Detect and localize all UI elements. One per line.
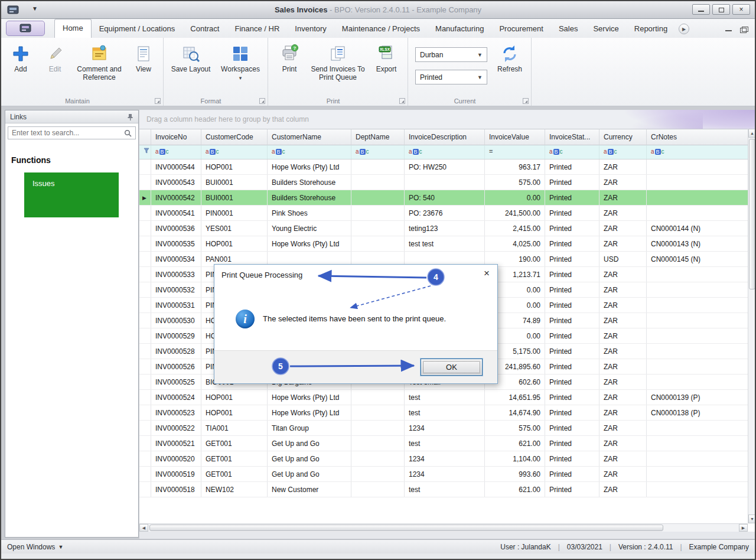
cell-invoicevalue[interactable]: 575.00: [485, 421, 545, 435]
tab-sales[interactable]: Sales: [551, 20, 586, 38]
cell-currency[interactable]: ZAR: [599, 421, 647, 435]
cell-customername[interactable]: Builders Storehouse: [268, 190, 351, 205]
cell-customername[interactable]: Titan Group: [268, 421, 351, 435]
minimize-button[interactable]: [692, 4, 710, 15]
cell-invoicestat[interactable]: Printed: [545, 298, 599, 312]
vertical-scroll-thumb[interactable]: [749, 139, 755, 289]
cell-customercode[interactable]: TIA001: [201, 421, 268, 435]
table-row[interactable]: INV0000535HOP001Hope Works (Pty) Ltdtest…: [139, 236, 756, 252]
cell-invoiceno[interactable]: INV0000524: [151, 390, 201, 405]
cell-invoicevalue[interactable]: 4,025.00: [485, 236, 545, 251]
cell-invoicedescription[interactable]: [405, 175, 485, 190]
cell-invoicedescription[interactable]: test test: [405, 236, 485, 251]
cell-deptname[interactable]: [351, 482, 405, 497]
cell-currency[interactable]: USD: [599, 252, 647, 266]
scroll-up-icon[interactable]: ▲: [748, 129, 756, 138]
cell-deptname[interactable]: [351, 190, 405, 205]
group-expand-icon[interactable]: [259, 98, 265, 104]
sidebar-item-issues[interactable]: Issues: [24, 172, 119, 217]
cell-invoicestat[interactable]: Printed: [545, 175, 599, 190]
cell-currency[interactable]: ZAR: [599, 206, 647, 220]
cell-crnotes[interactable]: [647, 421, 756, 435]
cell-deptname[interactable]: [351, 467, 405, 481]
cell-invoicedescription[interactable]: test: [405, 482, 485, 497]
filter-cell-crnotes[interactable]: aBc: [647, 145, 756, 159]
cell-crnotes[interactable]: [647, 482, 756, 497]
ribbon-restore-icon[interactable]: [740, 28, 747, 33]
table-row[interactable]: INV0000544HOP001Hope Works (Pty) LtdPO: …: [139, 159, 756, 175]
cell-customercode[interactable]: GET001: [201, 467, 268, 481]
column-header-invoicedescription[interactable]: InvoiceDescription: [405, 129, 485, 145]
cell-invoiceno[interactable]: INV0000519: [151, 467, 201, 481]
cell-customercode[interactable]: PIN0001: [201, 206, 268, 220]
cell-currency[interactable]: ZAR: [599, 467, 647, 481]
cell-invoicedescription[interactable]: test: [405, 405, 485, 420]
cell-crnotes[interactable]: [647, 298, 756, 312]
table-row[interactable]: INV0000522TIA001Titan Group1234575.00Pri…: [139, 421, 756, 436]
application-menu-button[interactable]: [6, 21, 45, 36]
column-header-currency[interactable]: Currency: [599, 129, 647, 145]
cell-crnotes[interactable]: [647, 159, 756, 174]
cell-crnotes[interactable]: CN0000144 (N): [647, 221, 756, 236]
cell-invoicevalue[interactable]: 1,104.00: [485, 451, 545, 466]
cell-invoicevalue[interactable]: 621.00: [485, 436, 545, 451]
close-button[interactable]: ×: [732, 4, 750, 15]
filter-cell-deptname[interactable]: aBc: [351, 145, 405, 159]
cell-crnotes[interactable]: CN0000143 (N): [647, 236, 756, 251]
tab-equipment-locations[interactable]: Equipment / Locations: [92, 20, 183, 38]
cell-crnotes[interactable]: [647, 175, 756, 190]
maximize-button[interactable]: [712, 4, 730, 15]
cell-invoicedescription[interactable]: test: [405, 390, 485, 405]
cell-invoicevalue[interactable]: 14,674.90: [485, 405, 545, 420]
cell-customername[interactable]: New Customer: [268, 482, 351, 497]
cell-invoicestat[interactable]: Printed: [545, 359, 599, 374]
table-row[interactable]: INV0000524HOP001Hope Works (Pty) Ltdtest…: [139, 390, 756, 405]
open-windows-dropdown-icon[interactable]: ▼: [58, 544, 63, 550]
tab-maintenance-projects[interactable]: Maintenance / Projects: [334, 20, 428, 38]
view-button[interactable]: View: [126, 40, 161, 74]
cell-invoiceno[interactable]: INV0000522: [151, 421, 201, 435]
tab-home[interactable]: Home: [54, 19, 92, 38]
export-button[interactable]: XLSX Export: [367, 40, 405, 74]
cell-invoicestat[interactable]: Printed: [545, 467, 599, 481]
table-row[interactable]: INV0000541PIN0001Pink ShoesPO: 23676241,…: [139, 206, 756, 221]
comment-and-reference-button[interactable]: Comment and Reference: [72, 40, 126, 82]
workspaces-button[interactable]: Workspaces ▾: [216, 40, 265, 81]
cell-invoiceno[interactable]: INV0000533: [151, 267, 201, 282]
column-header-invoicevalue[interactable]: InvoiceValue: [485, 129, 545, 145]
cell-currency[interactable]: ZAR: [599, 436, 647, 451]
cell-invoiceno[interactable]: INV0000521: [151, 436, 201, 451]
cell-customername[interactable]: Get Up and Go: [268, 451, 351, 466]
tab-reporting[interactable]: Reporting: [627, 20, 675, 38]
cell-customername[interactable]: Hope Works (Pty) Ltd: [268, 236, 351, 251]
cell-deptname[interactable]: [351, 206, 405, 220]
cell-invoicedescription[interactable]: 1234: [405, 451, 485, 466]
cell-invoiceno[interactable]: INV0000520: [151, 451, 201, 466]
cell-invoiceno[interactable]: INV0000532: [151, 282, 201, 297]
scroll-left-icon[interactable]: ◀: [139, 524, 148, 532]
cell-customername[interactable]: Hope Works (Pty) Ltd: [268, 405, 351, 420]
cell-invoiceno[interactable]: INV0000518: [151, 482, 201, 497]
cell-crnotes[interactable]: [647, 359, 756, 374]
cell-currency[interactable]: ZAR: [599, 451, 647, 466]
cell-currency[interactable]: ZAR: [599, 405, 647, 420]
site-dropdown[interactable]: Durban ▼: [415, 47, 487, 62]
cell-customercode[interactable]: HOP001: [201, 236, 268, 251]
cell-invoicestat[interactable]: Printed: [545, 421, 599, 435]
cell-invoicestat[interactable]: Printed: [545, 159, 599, 174]
cell-invoiceno[interactable]: INV0000542: [151, 190, 201, 205]
table-row[interactable]: INV0000536YES001Young Electricteting1232…: [139, 221, 756, 236]
cell-customername[interactable]: Pink Shoes: [268, 206, 351, 220]
cell-invoiceno[interactable]: INV0000528: [151, 344, 201, 359]
cell-invoicevalue[interactable]: 621.00: [485, 482, 545, 497]
tab-manufacturing[interactable]: Manufacturing: [428, 20, 491, 38]
open-windows-button[interactable]: Open Windows: [7, 543, 55, 551]
filter-cell-invoicedescription[interactable]: aBc: [405, 145, 485, 159]
column-header-customercode[interactable]: CustomerCode: [201, 129, 268, 145]
cell-deptname[interactable]: [351, 159, 405, 174]
cell-customercode[interactable]: GET001: [201, 451, 268, 466]
status-dropdown[interactable]: Printed ▼: [415, 70, 487, 84]
cell-invoicestat[interactable]: Printed: [545, 451, 599, 466]
cell-invoicestat[interactable]: Printed: [545, 482, 599, 497]
cell-customercode[interactable]: HOP001: [201, 159, 268, 174]
